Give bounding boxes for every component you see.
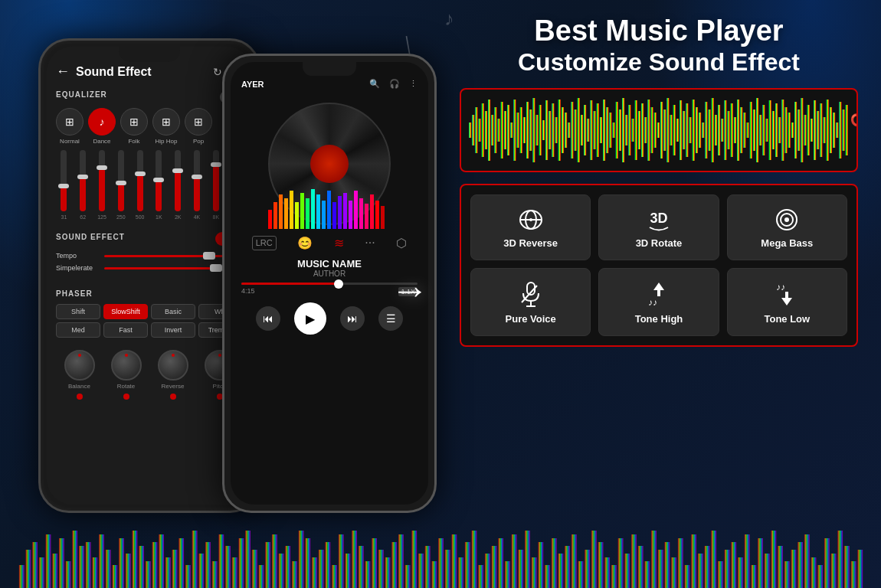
svg-text:3D: 3D xyxy=(650,211,667,226)
eq-label-500: 500 xyxy=(136,214,145,220)
svg-rect-168 xyxy=(92,557,97,588)
phaser-buttons: Shift SlowShift Basic Wfb Med Fast Inver… xyxy=(56,304,243,338)
eq-band-31[interactable]: 31 xyxy=(56,150,72,220)
eq-label-250: 250 xyxy=(116,214,126,220)
svg-rect-207 xyxy=(352,531,357,588)
effect-tone-high[interactable]: ♪♪ Tone High xyxy=(598,268,719,336)
phaser-fast[interactable]: Fast xyxy=(103,322,148,338)
effect-pure-voice[interactable]: Pure Voice xyxy=(470,268,591,336)
svg-point-144 xyxy=(529,218,532,221)
svg-rect-64 xyxy=(603,100,605,161)
svg-rect-45 xyxy=(542,120,545,140)
progress-fill xyxy=(241,283,339,285)
mega-bass-icon xyxy=(771,206,802,233)
svg-rect-8 xyxy=(311,189,315,229)
more-icon[interactable]: ⋮ xyxy=(409,79,418,89)
effect-mega-bass[interactable]: Mega Bass xyxy=(727,194,847,260)
svg-rect-260 xyxy=(705,546,710,588)
svg-rect-124 xyxy=(794,102,797,158)
phaser-basic[interactable]: Basic xyxy=(151,304,195,319)
eq-band-125[interactable]: 125 xyxy=(94,150,110,220)
svg-rect-93 xyxy=(696,107,698,153)
svg-rect-115 xyxy=(766,119,768,142)
svg-rect-105 xyxy=(734,117,736,143)
eq-thumb-250 xyxy=(116,181,126,185)
eq-track-250 xyxy=(118,150,124,211)
eq-toggle-row: EQUALIZER xyxy=(56,90,243,103)
svg-rect-14 xyxy=(343,193,347,229)
svg-rect-248 xyxy=(624,554,630,588)
svg-marker-153 xyxy=(653,283,664,296)
dots-icon[interactable]: ··· xyxy=(365,236,375,250)
svg-rect-32 xyxy=(501,102,503,158)
eq-label-125: 125 xyxy=(97,214,106,220)
svg-rect-77 xyxy=(644,117,647,143)
svg-rect-206 xyxy=(345,554,350,588)
eq-band-62[interactable]: 62 xyxy=(75,150,91,220)
preset-dance[interactable]: ♪ Dance xyxy=(88,108,116,145)
svg-rect-193 xyxy=(259,565,264,588)
svg-rect-189 xyxy=(232,557,237,588)
lrc-icon[interactable]: LRC xyxy=(252,236,277,250)
phaser-label: PHASER xyxy=(56,289,93,298)
balance-knob[interactable] xyxy=(64,350,95,381)
effect-tone-low[interactable]: ♪♪ Tone Low xyxy=(727,268,847,336)
search-icon[interactable]: 🔍 xyxy=(369,79,380,89)
eq-track-8k xyxy=(213,150,219,211)
svg-rect-126 xyxy=(801,98,803,162)
preset-pop[interactable]: ⊞ Pop xyxy=(185,108,212,145)
eq-thumb-62 xyxy=(77,175,88,179)
svg-rect-183 xyxy=(192,531,198,588)
play-button[interactable]: ▶ xyxy=(294,302,326,335)
svg-rect-61 xyxy=(594,111,596,149)
preset-hiphop[interactable]: ⊞ Hip Hop xyxy=(152,108,180,145)
progress-thumb xyxy=(334,279,343,289)
eq-band-250[interactable]: 250 xyxy=(113,150,129,220)
face-icon[interactable]: 😊 xyxy=(297,236,313,250)
effect-3d-rotate[interactable]: 3D 3D Rotate xyxy=(598,194,719,260)
svg-rect-88 xyxy=(680,100,682,160)
preset-folk[interactable]: ⊞ Folk xyxy=(120,108,148,145)
eq-indicator-icon[interactable]: ≋ xyxy=(334,236,344,250)
eq-band-1k[interactable]: 1K xyxy=(151,150,167,220)
svg-rect-19 xyxy=(370,194,374,229)
svg-rect-102 xyxy=(724,100,726,160)
reverse-label: Reverse xyxy=(162,383,185,390)
phone2-notch xyxy=(303,62,356,76)
eq-band-2k[interactable]: 2K xyxy=(170,150,186,220)
eq-fill-8k xyxy=(213,165,219,211)
phaser-med[interactable]: Med xyxy=(56,322,100,338)
svg-rect-165 xyxy=(72,531,77,588)
back-button[interactable]: ← xyxy=(56,64,70,80)
svg-rect-224 xyxy=(465,542,470,588)
svg-rect-234 xyxy=(532,557,537,588)
rotate-knob[interactable] xyxy=(111,350,142,381)
eq-band-500[interactable]: 500 xyxy=(132,150,148,220)
tone-high-label: Tone High xyxy=(635,313,683,325)
eq-band-4k[interactable]: 4K xyxy=(189,150,205,220)
svg-rect-205 xyxy=(339,534,344,588)
svg-rect-201 xyxy=(312,557,317,588)
headphone-icon[interactable]: 🎧 xyxy=(389,79,400,89)
next-button[interactable]: ⏭ xyxy=(340,306,365,331)
prev-button[interactable]: ⏮ xyxy=(256,306,280,331)
phone2-title: AYER xyxy=(241,80,264,89)
svg-rect-192 xyxy=(252,550,257,588)
phaser-invert[interactable]: Invert xyxy=(151,322,195,338)
refresh-icon[interactable]: ↻ xyxy=(213,66,222,78)
svg-rect-226 xyxy=(478,565,483,588)
preset-normal[interactable]: ⊞ Normal xyxy=(56,108,84,145)
svg-rect-39 xyxy=(523,117,526,143)
share-icon[interactable]: ⬡ xyxy=(396,236,407,250)
phaser-shift[interactable]: Shift xyxy=(56,304,100,319)
effect-3d-reverse[interactable]: 3D Reverse xyxy=(470,194,591,260)
3d-reverse-icon xyxy=(516,206,546,233)
svg-rect-117 xyxy=(772,111,775,149)
phaser-slowshift[interactable]: SlowShift xyxy=(103,304,148,319)
svg-rect-196 xyxy=(279,554,284,588)
svg-rect-253 xyxy=(658,550,663,588)
svg-rect-70 xyxy=(622,98,624,162)
svg-rect-66 xyxy=(609,113,611,148)
reverse-knob[interactable] xyxy=(158,350,188,381)
svg-rect-1 xyxy=(273,202,277,229)
